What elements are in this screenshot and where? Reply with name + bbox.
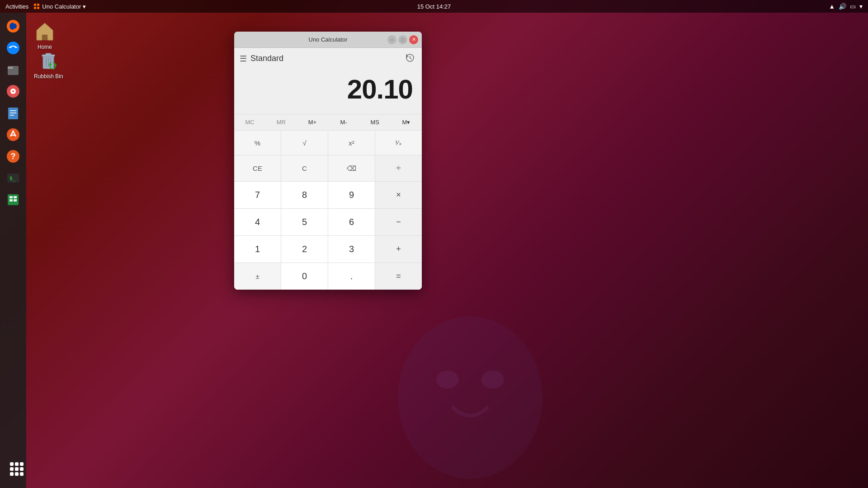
help-icon: ? xyxy=(6,149,20,164)
btn-ce[interactable]: CE xyxy=(234,155,281,181)
thunderbird-icon xyxy=(6,41,20,55)
app-indicator[interactable]: Uno Calculator ▾ xyxy=(33,3,86,10)
btn-9[interactable]: 9 xyxy=(328,182,375,208)
btn-percent[interactable]: % xyxy=(234,131,281,155)
btn-equals[interactable]: = xyxy=(375,263,422,290)
sidebar-item-terminal[interactable]: $_ xyxy=(3,168,23,188)
svg-point-37 xyxy=(481,371,504,389)
app-name-label: Uno Calculator xyxy=(42,3,81,10)
sidebar-item-thunderbird[interactable] xyxy=(3,38,23,58)
btn-2[interactable]: 2 xyxy=(281,236,328,263)
btn-8[interactable]: 8 xyxy=(281,182,328,208)
svg-rect-9 xyxy=(8,67,13,69)
sidebar: ? $_ xyxy=(0,13,26,488)
terminal-icon: $_ xyxy=(6,171,20,185)
svg-rect-16 xyxy=(10,115,14,116)
files-icon xyxy=(6,62,20,77)
mem-mlist-button[interactable]: M▾ xyxy=(391,114,422,130)
battery-icon: ▭ xyxy=(850,3,856,10)
desktop-icon-rubbish[interactable]: Rubbish Bin xyxy=(34,50,63,80)
sidebar-item-spreadsheet[interactable] xyxy=(3,190,23,210)
home-icon-label: Home xyxy=(38,44,52,50)
svg-point-7 xyxy=(11,47,15,51)
svg-point-36 xyxy=(436,371,459,389)
svg-rect-15 xyxy=(10,113,16,113)
topbar: Activities Uno Calculator ▾ 15 Oct 14:27… xyxy=(0,0,868,13)
btn-4[interactable]: 4 xyxy=(234,209,281,235)
mem-mplus-button[interactable]: M+ xyxy=(297,114,328,130)
calculator-window: Uno Calculator − □ ✕ ☰ Standard 20. xyxy=(234,32,422,290)
calc-body: ☰ Standard 20.10 MC MR M+ M- MS M▾ xyxy=(234,48,422,290)
trash-icon xyxy=(38,50,59,71)
svg-rect-0 xyxy=(34,4,36,6)
calc-titlebar: Uno Calculator − □ ✕ xyxy=(234,32,422,48)
app-dropdown-icon: ▾ xyxy=(83,3,86,10)
minimize-button[interactable]: − xyxy=(387,35,396,44)
svg-rect-3 xyxy=(37,7,39,9)
desktop-icon-home[interactable]: Home xyxy=(34,20,56,50)
svg-rect-2 xyxy=(34,7,36,9)
topbar-left: Activities Uno Calculator ▾ xyxy=(5,3,86,10)
ubuntu-mascot xyxy=(380,307,561,488)
activities-label[interactable]: Activities xyxy=(5,3,28,10)
sidebar-item-firefox[interactable] xyxy=(3,16,23,36)
btn-decimal[interactable]: . xyxy=(328,263,375,290)
network-icon: ▲ xyxy=(829,3,835,10)
btn-square[interactable]: x² xyxy=(328,131,375,155)
svg-rect-26 xyxy=(9,199,13,202)
app-icon xyxy=(33,3,40,10)
firefox-icon xyxy=(6,19,20,33)
sidebar-item-help[interactable]: ? xyxy=(3,146,23,166)
btn-5[interactable]: 5 xyxy=(281,209,328,235)
calc-display-value: 20.10 xyxy=(347,74,413,105)
btn-sqrt[interactable]: √ xyxy=(281,131,328,155)
svg-rect-25 xyxy=(14,196,17,198)
topbar-tray: ▲ 🔊 ▭ ▾ xyxy=(829,3,863,10)
calc-display: 20.10 xyxy=(234,69,422,114)
btn-c[interactable]: C xyxy=(281,155,328,181)
btn-negate[interactable]: ± xyxy=(234,263,281,290)
maximize-button[interactable]: □ xyxy=(398,35,407,44)
svg-rect-24 xyxy=(9,196,13,198)
svg-point-12 xyxy=(12,90,14,92)
btn-subtract[interactable]: − xyxy=(375,209,422,235)
sidebar-item-rhythmbox[interactable] xyxy=(3,81,23,101)
btn-7[interactable]: 7 xyxy=(234,182,281,208)
calc-mode-title: Standard xyxy=(250,54,283,63)
mem-mr-button[interactable]: MR xyxy=(265,114,297,130)
calc-memory-row: MC MR M+ M- MS M▾ xyxy=(234,114,422,130)
svg-rect-31 xyxy=(46,53,51,55)
hamburger-menu[interactable]: ☰ xyxy=(240,54,247,64)
home-icon xyxy=(34,20,56,42)
svg-text:$_: $_ xyxy=(9,175,16,181)
btn-divide[interactable]: ÷ xyxy=(375,155,422,181)
system-menu-icon[interactable]: ▾ xyxy=(859,3,863,10)
app-grid-icon xyxy=(10,462,24,476)
svg-rect-27 xyxy=(14,199,17,202)
sidebar-item-appstore[interactable] xyxy=(3,125,23,145)
mem-ms-button[interactable]: MS xyxy=(359,114,391,130)
history-icon xyxy=(406,53,415,62)
titlebar-controls: − □ ✕ xyxy=(387,35,418,44)
btn-multiply[interactable]: × xyxy=(375,182,422,208)
appstore-icon xyxy=(6,127,20,142)
btn-backspace[interactable]: ⌫ xyxy=(328,155,375,181)
btn-reciprocal[interactable]: ¹⁄ₓ xyxy=(375,131,422,155)
btn-1[interactable]: 1 xyxy=(234,236,281,263)
history-button[interactable] xyxy=(404,52,416,66)
btn-6[interactable]: 6 xyxy=(328,209,375,235)
sidebar-item-notes[interactable] xyxy=(3,103,23,123)
sidebar-item-files[interactable] xyxy=(3,60,23,80)
mem-mc-button[interactable]: MC xyxy=(234,114,265,130)
notes-icon xyxy=(6,106,20,120)
svg-text:?: ? xyxy=(11,152,16,161)
btn-3[interactable]: 3 xyxy=(328,236,375,263)
app-grid-button[interactable] xyxy=(7,459,27,479)
svg-rect-28 xyxy=(42,35,47,40)
mem-mminus-button[interactable]: M- xyxy=(328,114,359,130)
btn-0[interactable]: 0 xyxy=(281,263,328,290)
calc-header: ☰ Standard xyxy=(234,48,422,69)
close-button[interactable]: ✕ xyxy=(409,35,418,44)
btn-add[interactable]: + xyxy=(375,236,422,263)
svg-rect-23 xyxy=(8,194,19,205)
